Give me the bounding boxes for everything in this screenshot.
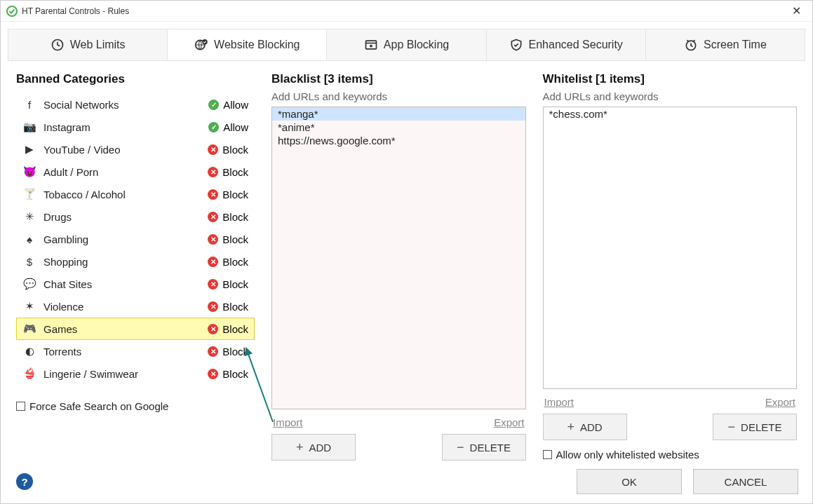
category-label: Lingerie / Swimwear: [43, 368, 208, 380]
category-label: Social Networks: [43, 99, 208, 111]
category-label: Instagram: [43, 121, 208, 133]
status-text: Block: [222, 189, 248, 200]
whitelist-add-button[interactable]: +ADD: [543, 414, 627, 440]
category-status[interactable]: ✕Block: [208, 256, 248, 268]
category-label: Games: [43, 323, 208, 335]
category-label: Tobacco / Alcohol: [43, 189, 208, 200]
category-status[interactable]: ✕Block: [208, 189, 248, 200]
svg-rect-5: [370, 45, 372, 47]
globe-check-icon: [194, 38, 208, 52]
category-icon: ▶: [22, 143, 36, 156]
category-row[interactable]: 📷Instagram✓Allow: [16, 116, 255, 138]
app-icon: [6, 6, 18, 17]
blacklist-export-link[interactable]: Export: [494, 416, 524, 428]
ok-button[interactable]: OK: [577, 469, 682, 494]
category-row[interactable]: fSocial Networks✓Allow: [16, 93, 255, 116]
category-status[interactable]: ✕Block: [208, 301, 248, 313]
category-row[interactable]: 🍸Tobacco / Alcohol✕Block: [16, 183, 255, 205]
status-text: Block: [222, 256, 248, 268]
category-row[interactable]: ✳Drugs✕Block: [16, 205, 255, 228]
status-icon: ✕: [208, 301, 218, 312]
status-icon: ✕: [208, 167, 218, 177]
category-icon: $: [22, 256, 36, 268]
tab-enhanced-security[interactable]: Enhanced Security: [487, 29, 646, 60]
checkbox-icon: [543, 450, 552, 459]
blacklist-panel: Blacklist [3 items] Add URLs and keyword…: [271, 72, 526, 461]
whitelist-item[interactable]: *chess.com*: [544, 107, 797, 121]
checkbox-label: Force Safe Search on Google: [29, 400, 168, 412]
category-icon: ♠: [22, 233, 36, 245]
whitelist-listbox[interactable]: *chess.com*: [543, 107, 798, 389]
category-status[interactable]: ✕Block: [208, 144, 248, 156]
tab-app-blocking[interactable]: App Blocking: [327, 29, 486, 60]
tab-website-blocking[interactable]: Website Blocking: [168, 29, 327, 60]
whitelist-panel: Whitelist [1 items] Add URLs and keyword…: [543, 72, 798, 461]
category-status[interactable]: ✕Block: [208, 211, 248, 223]
status-icon: ✓: [208, 100, 219, 110]
category-status[interactable]: ✕Block: [208, 323, 248, 335]
blacklist-item[interactable]: *anime*: [272, 121, 525, 134]
status-icon: ✕: [208, 369, 218, 379]
checkbox-label: Allow only whitelisted websites: [556, 449, 699, 461]
category-row[interactable]: ♠Gambling✕Block: [16, 228, 255, 250]
whitelist-export-link[interactable]: Export: [765, 396, 795, 408]
category-icon: 📷: [22, 121, 36, 133]
whitelist-delete-button[interactable]: −DELETE: [713, 414, 797, 440]
category-label: Torrents: [43, 346, 208, 357]
blacklist-import-link[interactable]: Import: [273, 416, 303, 428]
category-row[interactable]: ▶YouTube / Video✕Block: [16, 138, 255, 161]
category-label: Chat Sites: [43, 278, 208, 290]
status-text: Block: [222, 211, 248, 223]
blacklist-add-button[interactable]: +ADD: [271, 434, 356, 461]
category-row[interactable]: 😈Adult / Porn✕Block: [16, 161, 255, 183]
category-label: Gambling: [43, 233, 208, 245]
category-status[interactable]: ✓Allow: [208, 121, 248, 133]
category-status[interactable]: ✕Block: [208, 278, 248, 290]
tab-bar: Web Limits Website Blocking App Blocking…: [8, 29, 805, 61]
close-button[interactable]: ✕: [786, 4, 807, 18]
status-icon: ✓: [208, 122, 219, 132]
blacklist-hint: Add URLs and keywords: [271, 90, 526, 102]
whitelist-import-link[interactable]: Import: [544, 396, 575, 408]
status-text: Block: [222, 166, 248, 178]
window-lock-icon: [364, 38, 378, 52]
help-button[interactable]: ?: [16, 473, 33, 490]
plus-icon: +: [296, 440, 304, 455]
category-row[interactable]: ✶Violence✕Block: [16, 295, 255, 318]
window-title: HT Parental Controls - Rules: [22, 6, 129, 16]
category-status[interactable]: ✕Block: [208, 346, 248, 357]
blacklist-listbox[interactable]: *manga**anime*https://news.google.com*: [271, 107, 526, 409]
tab-label: Enhanced Security: [529, 39, 623, 51]
category-status[interactable]: ✓Allow: [208, 99, 248, 111]
category-icon: 🍸: [22, 188, 36, 200]
category-label: Drugs: [43, 211, 208, 223]
category-label: Adult / Porn: [43, 166, 208, 178]
allow-only-whitelist-checkbox[interactable]: Allow only whitelisted websites: [543, 449, 798, 461]
status-text: Block: [222, 368, 248, 380]
force-safe-search-checkbox[interactable]: Force Safe Search on Google: [16, 400, 255, 412]
status-text: Block: [222, 301, 248, 313]
status-icon: ✕: [208, 257, 218, 267]
category-row[interactable]: $Shopping✕Block: [16, 250, 255, 273]
category-label: YouTube / Video: [43, 144, 208, 156]
blacklist-delete-button[interactable]: −DELETE: [442, 434, 526, 461]
blacklist-heading: Blacklist [3 items]: [271, 72, 526, 86]
minus-icon: −: [457, 440, 464, 455]
category-row[interactable]: ◐Torrents✕Block: [16, 340, 255, 362]
category-row[interactable]: 👙Lingerie / Swimwear✕Block: [16, 362, 255, 385]
blacklist-item[interactable]: *manga*: [272, 107, 525, 121]
category-row[interactable]: 🎮Games✕Block: [16, 318, 255, 340]
tab-screen-time[interactable]: Screen Time: [646, 29, 805, 60]
category-status[interactable]: ✕Block: [208, 166, 248, 178]
status-text: Block: [222, 233, 248, 245]
category-row[interactable]: 💬Chat Sites✕Block: [16, 273, 255, 295]
category-list: fSocial Networks✓Allow📷Instagram✓Allow▶Y…: [16, 93, 255, 385]
category-status[interactable]: ✕Block: [208, 368, 248, 380]
status-icon: ✕: [208, 189, 218, 200]
blacklist-item[interactable]: https://news.google.com*: [272, 134, 525, 147]
cancel-button[interactable]: CANCEL: [693, 469, 798, 494]
tab-web-limits[interactable]: Web Limits: [8, 29, 168, 60]
category-status[interactable]: ✕Block: [208, 233, 248, 245]
status-text: Block: [222, 323, 248, 335]
status-text: Block: [222, 346, 248, 357]
